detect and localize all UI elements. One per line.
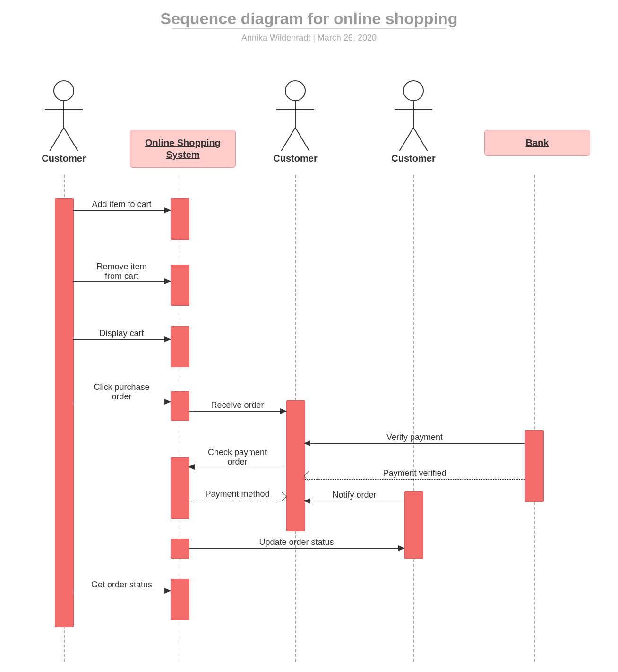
activation-system-2 <box>171 265 189 306</box>
message-0: Add item to cart <box>73 200 171 211</box>
svg-line-9 <box>295 128 309 151</box>
lifeline-customer3 <box>413 175 414 662</box>
activation-customer3-8 <box>404 491 423 559</box>
message-label: Check paymentorder <box>189 448 286 467</box>
svg-line-8 <box>281 128 295 151</box>
lifeline-bank <box>534 175 535 662</box>
actor-customer1: Customer <box>35 80 92 164</box>
actor-customer2: Customer <box>267 80 324 164</box>
message-10: Update order status <box>189 538 404 549</box>
message-8: Payment method <box>189 490 286 501</box>
activation-system-4 <box>171 391 189 421</box>
svg-point-5 <box>285 81 305 101</box>
activation-system-10 <box>171 579 189 620</box>
message-label: Notify order <box>304 490 404 500</box>
message-label: Payment verified <box>304 468 525 478</box>
actor-customer3: Customer <box>385 80 442 164</box>
byline-separator: | <box>310 33 318 43</box>
message-label: Update order status <box>189 537 404 547</box>
message-label: Click purchaseorder <box>73 382 171 402</box>
message-6: Check paymentorder <box>189 457 286 468</box>
message-3: Click purchaseorder <box>73 391 171 403</box>
date: March 26, 2020 <box>318 33 377 43</box>
svg-point-10 <box>403 81 423 101</box>
title-rule <box>172 28 446 29</box>
svg-line-3 <box>50 128 64 151</box>
message-label: Payment method <box>189 489 286 499</box>
activation-system-3 <box>171 326 189 367</box>
svg-line-13 <box>399 128 413 151</box>
message-4: Receive order <box>189 401 286 412</box>
actor-label: Customer <box>267 153 324 164</box>
svg-line-4 <box>64 128 78 151</box>
svg-point-0 <box>54 81 74 101</box>
activation-customer2-5 <box>286 400 305 531</box>
byline: Annika Wildenradt | March 26, 2020 <box>0 33 618 43</box>
message-label: Add item to cart <box>73 199 171 209</box>
activation-bank-7 <box>525 430 544 502</box>
svg-line-14 <box>413 128 428 151</box>
actor-label: Customer <box>35 153 92 164</box>
object-system: Online Shopping System <box>130 130 236 168</box>
message-label: Remove itemfrom cart <box>73 262 171 281</box>
object-bank: Bank <box>484 130 590 156</box>
page-title: Sequence diagram for online shopping <box>0 9 618 28</box>
message-9: Notify order <box>304 491 404 502</box>
message-label: Display cart <box>73 328 171 338</box>
activation-system-1 <box>171 198 189 240</box>
message-2: Display cart <box>73 329 171 340</box>
activation-system-9 <box>171 539 189 559</box>
message-11: Get order status <box>73 580 171 592</box>
message-label: Get order status <box>73 580 171 590</box>
message-7: Payment verified <box>304 469 525 480</box>
activation-system-6 <box>171 457 189 519</box>
author: Annika Wildenradt <box>241 33 310 43</box>
activation-customer1-0 <box>55 198 74 627</box>
message-1: Remove itemfrom cart <box>73 271 171 282</box>
message-label: Verify payment <box>304 432 525 442</box>
message-label: Receive order <box>189 400 286 410</box>
sequence-diagram-stage: CustomerOnline Shopping SystemCustomerCu… <box>28 71 595 666</box>
actor-label: Customer <box>385 153 442 164</box>
message-5: Verify payment <box>304 433 525 444</box>
